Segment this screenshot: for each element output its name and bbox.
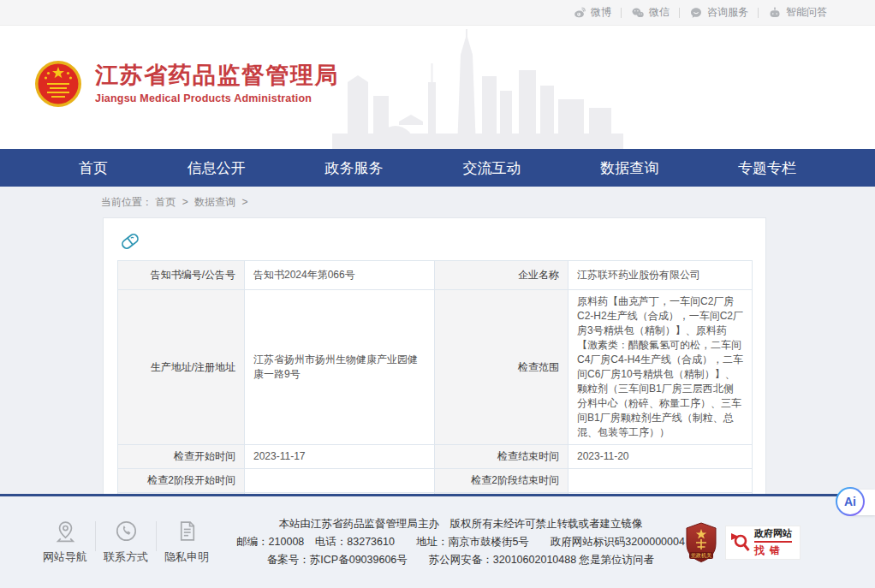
footer-link-privacy[interactable]: 隐私申明: [161, 520, 212, 565]
nav-item-gov-services[interactable]: 政务服务: [325, 158, 384, 178]
brand-block: 江苏省药品监督管理局 Jiangsu Medical Products Admi…: [95, 63, 339, 105]
top-utility-bar: 微博 微信 咨询服务 智能问答: [0, 0, 875, 26]
value-company-name: 江苏联环药业股份有限公司: [568, 261, 753, 290]
footer-line-icp: 备案号：苏ICP备09039606号 苏公网安备：32010602010488 …: [236, 551, 685, 569]
consult-service-link[interactable]: 咨询服务: [689, 5, 748, 20]
footer-link-site-nav[interactable]: 网站导航: [39, 520, 91, 565]
topbar-item-label: 咨询服务: [707, 5, 748, 20]
capsule-pill-icon: [119, 230, 141, 252]
main-nav: 首页 信息公开 政务服务 交流互动 数据查询 专题专栏: [0, 149, 875, 187]
table-row: 检查2阶段开始时间 检查2阶段结束时间: [118, 469, 753, 493]
pill-icon-wrap: [119, 230, 752, 252]
magnifier-icon: [730, 532, 751, 554]
nav-item-special-topics[interactable]: 专题专栏: [738, 158, 796, 178]
error-badge-title: 政府网站: [754, 527, 792, 543]
phone-icon: [115, 520, 138, 543]
city-skyline-decoration: [332, 29, 623, 149]
footer-info-text: 本站由江苏省药品监督管理局主办 版权所有未经许可禁止转载或者建立镜像 邮编：21…: [236, 515, 685, 569]
footer-link-label: 隐私申明: [164, 550, 209, 563]
weibo-icon: [573, 6, 586, 19]
value-inspection-end: 2023-11-20: [568, 445, 753, 469]
privacy-doc-icon: [176, 520, 199, 543]
topbar-item-label: 微博: [591, 5, 611, 20]
breadcrumb-data-query-link[interactable]: 数据查询: [194, 196, 235, 208]
value-phase2-end: [568, 469, 753, 493]
party-gov-shield-badge[interactable]: 党政机关: [685, 522, 717, 563]
topbar-divider: [621, 8, 622, 18]
footer-link-contact[interactable]: 联系方式: [100, 520, 152, 565]
topbar-item-label: 微信: [649, 5, 670, 20]
table-row: 生产地址/注册地址 江苏省扬州市扬州生物健康产业园健康一路9号 检查范围 原料药…: [118, 290, 753, 445]
svg-text:党政机关: 党政机关: [691, 552, 712, 559]
main-content-area: 当前位置： 首页 > 数据查询 > 告知书编号/公告号 告知书2024年第066…: [0, 187, 875, 494]
value-address: 江苏省扬州市扬州生物健康产业园健康一路9号: [245, 290, 435, 445]
nav-item-home[interactable]: 首页: [79, 158, 108, 178]
value-notice-no: 告知书2024年第066号: [245, 261, 435, 290]
footer-quick-links: 网站导航 联系方式 隐私申明: [39, 520, 212, 565]
wechat-link[interactable]: 微信: [631, 5, 670, 20]
footer-link-label: 联系方式: [104, 550, 148, 563]
breadcrumb-separator: >: [182, 196, 188, 208]
table-row: 检查开始时间 2023-11-17 检查结束时间 2023-11-20: [118, 445, 753, 469]
site-subtitle: Jiangsu Medical Products Administration: [95, 92, 339, 104]
label-address: 生产地址/注册地址: [118, 290, 245, 445]
label-inspection-start: 检查开始时间: [118, 445, 245, 469]
site-header: 江苏省药品监督管理局 Jiangsu Medical Products Admi…: [0, 26, 875, 149]
topbar-divider: [679, 8, 680, 18]
site-map-pin-icon: [54, 520, 77, 543]
site-footer: 网站导航 联系方式 隐私申明 本站由江苏省药品监督管理局主办 版权所有未经许可禁…: [0, 494, 875, 588]
table-row: 告知书编号/公告号 告知书2024年第066号 企业名称 江苏联环药业股份有限公…: [118, 261, 753, 290]
value-inspection-scope: 原料药【曲克芦丁，一车间C2厂房C2-H2生产线（合成），一车间C2厂房3号精烘…: [568, 290, 753, 445]
label-phase2-start: 检查2阶段开始时间: [118, 469, 245, 493]
breadcrumb-prefix: 当前位置：: [101, 196, 152, 208]
label-company-name: 企业名称: [435, 261, 568, 290]
nav-item-interaction[interactable]: 交流互动: [462, 158, 521, 178]
label-phase2-end: 检查2阶段结束时间: [435, 469, 568, 493]
nav-item-info-disclosure[interactable]: 信息公开: [188, 158, 246, 178]
wechat-icon: [631, 6, 645, 19]
error-badge-text: 政府网站 找错: [754, 527, 792, 558]
footer-badges: 党政机关 政府网站 找错: [685, 522, 800, 563]
value-inspection-start: 2023-11-17: [245, 445, 435, 469]
value-phase2-start: [245, 469, 435, 493]
national-emblem-logo: [34, 60, 82, 108]
label-inspection-scope: 检查范围: [435, 290, 568, 445]
label-inspection-end: 检查结束时间: [435, 445, 568, 469]
ai-assistant-button[interactable]: Ai: [836, 487, 865, 516]
topbar-item-label: 智能问答: [786, 5, 827, 20]
weibo-link[interactable]: 微博: [573, 5, 611, 20]
robot-qa-icon: [768, 6, 782, 19]
footer-divider: [156, 521, 157, 551]
service-chat-icon: [689, 6, 703, 19]
footer-line-contact: 邮编：210008 电话：83273610 地址：南京市鼓楼街5号 政府网站标识…: [236, 533, 685, 551]
error-badge-action: 找错: [754, 543, 792, 558]
nav-item-data-query[interactable]: 数据查询: [600, 158, 658, 178]
smart-qa-link[interactable]: 智能问答: [768, 5, 827, 20]
breadcrumb-home-link[interactable]: 首页: [155, 196, 176, 208]
footer-link-label: 网站导航: [43, 550, 87, 563]
site-title: 江苏省药品监督管理局: [95, 63, 339, 89]
gov-site-error-report-badge[interactable]: 政府网站 找错: [726, 526, 800, 559]
footer-line-host: 本站由江苏省药品监督管理局主办 版权所有未经许可禁止转载或者建立镜像: [236, 515, 685, 533]
topbar-divider: [758, 8, 759, 18]
footer-divider: [95, 521, 96, 551]
label-notice-no: 告知书编号/公告号: [118, 261, 245, 290]
breadcrumb-separator: >: [241, 196, 247, 208]
breadcrumb: 当前位置： 首页 > 数据查询 >: [101, 195, 875, 210]
